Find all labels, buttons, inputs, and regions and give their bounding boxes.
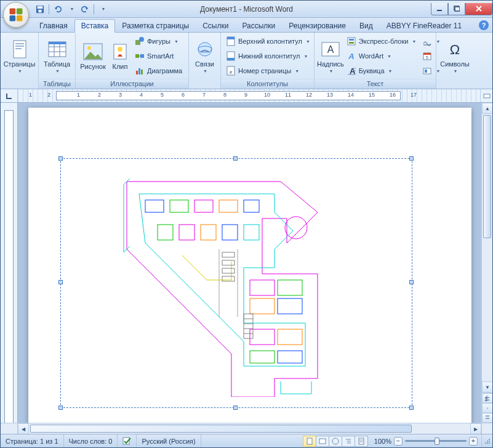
- resize-handle-e[interactable]: [409, 280, 414, 284]
- undo-dropdown-icon[interactable]: ▼: [65, 3, 78, 15]
- inserted-image-floorplan[interactable]: [121, 169, 355, 397]
- textbox-label: Надпись: [317, 60, 344, 68]
- view-full-screen-icon[interactable]: [316, 436, 329, 447]
- status-proofing[interactable]: [118, 434, 137, 447]
- footer-button[interactable]: Нижний колонтитул▼: [223, 49, 311, 63]
- clip-button[interactable]: Клип: [108, 34, 132, 78]
- office-button[interactable]: [3, 2, 29, 28]
- resize-handle-s[interactable]: [233, 406, 238, 410]
- horizontal-scrollbar[interactable]: ◀ ▶: [1, 423, 492, 434]
- qat-customize-icon[interactable]: ▼: [97, 3, 109, 15]
- table-icon: [47, 39, 67, 59]
- browse-object-icon[interactable]: ◦: [482, 403, 492, 413]
- zoom-out-button[interactable]: −: [394, 437, 403, 446]
- zoom-value[interactable]: 100%: [374, 438, 391, 445]
- svg-rect-6: [38, 9, 41, 12]
- resize-handle-sw[interactable]: [58, 406, 63, 410]
- quick-access-toolbar: ▼ ▼: [34, 3, 109, 15]
- status-word-count[interactable]: Число слов: 0: [64, 434, 118, 447]
- group-text-label: Текст: [315, 79, 436, 89]
- pages-button[interactable]: Страницы ▼: [3, 34, 36, 78]
- undo-icon[interactable]: [52, 3, 64, 15]
- svg-rect-78: [222, 252, 234, 257]
- view-print-layout-icon[interactable]: [303, 436, 316, 447]
- tab-review[interactable]: Рецензирование: [282, 19, 353, 32]
- resize-handle-se[interactable]: [409, 406, 414, 410]
- scroll-left-icon[interactable]: ◀: [18, 423, 29, 434]
- smartart-icon: [135, 51, 145, 61]
- wordart-button[interactable]: AWordArt▼: [344, 49, 419, 63]
- maximize-button[interactable]: [448, 3, 465, 15]
- svg-rect-58: [170, 200, 188, 212]
- pages-label: Страницы: [4, 60, 36, 68]
- table-button[interactable]: Таблица ▼: [41, 34, 73, 78]
- svg-rect-36: [227, 58, 234, 60]
- vertical-scrollbar[interactable]: ▲ ▼ ◦: [481, 103, 492, 423]
- tab-references[interactable]: Ссылки: [196, 19, 235, 32]
- quick-parts-button[interactable]: Экспресс-блоки▼: [344, 34, 419, 49]
- textbox-button[interactable]: A Надпись ▼: [317, 34, 344, 78]
- prev-page-icon[interactable]: [482, 393, 492, 403]
- svg-rect-65: [222, 225, 238, 240]
- horizontal-ruler[interactable]: 121234567891011121314151617: [18, 89, 480, 102]
- resize-handle-w[interactable]: [58, 280, 63, 284]
- tab-insert[interactable]: Вставка: [74, 19, 116, 33]
- resize-grip-icon[interactable]: [481, 434, 492, 447]
- smartart-button[interactable]: SmartArt: [132, 49, 185, 63]
- next-page-icon[interactable]: [482, 413, 492, 423]
- object-icon: [422, 66, 432, 76]
- status-language[interactable]: Русский (Россия): [137, 434, 201, 447]
- zoom-slider[interactable]: [405, 440, 467, 442]
- tab-page-layout[interactable]: Разметка страницы: [115, 19, 196, 32]
- svg-rect-63: [179, 225, 194, 240]
- zoom-slider-thumb[interactable]: [435, 438, 439, 445]
- scroll-down-icon[interactable]: ▼: [482, 382, 492, 393]
- page-number-button[interactable]: #Номер страницы▼: [223, 63, 311, 78]
- title-bar: ▼ ▼ Документ1 - Microsoft Word: [1, 1, 492, 18]
- tab-mailings[interactable]: Рассылки: [235, 19, 282, 32]
- view-web-layout-icon[interactable]: [329, 436, 342, 447]
- status-page[interactable]: Страница: 1 из 1: [1, 434, 64, 447]
- vertical-ruler[interactable]: [1, 103, 18, 423]
- page-viewport[interactable]: [18, 103, 481, 423]
- svg-point-25: [139, 37, 144, 42]
- tab-view[interactable]: Вид: [353, 19, 380, 32]
- view-outline-icon[interactable]: [342, 436, 355, 447]
- tab-home[interactable]: Главная: [33, 19, 74, 32]
- svg-rect-19: [49, 42, 66, 44]
- resize-handle-ne[interactable]: [409, 156, 414, 161]
- links-icon: [195, 39, 215, 59]
- svg-rect-7: [437, 10, 442, 11]
- scroll-up-icon[interactable]: ▲: [482, 103, 492, 114]
- svg-rect-30: [141, 70, 143, 74]
- svg-rect-70: [278, 298, 302, 314]
- svg-rect-28: [136, 71, 138, 74]
- scroll-thumb-h[interactable]: [30, 425, 412, 433]
- tab-selector[interactable]: [1, 89, 18, 102]
- help-icon[interactable]: ?: [479, 20, 489, 30]
- scroll-thumb-v[interactable]: [483, 115, 491, 238]
- resize-handle-n[interactable]: [233, 156, 238, 161]
- header-button[interactable]: Верхний колонтитул▼: [223, 34, 311, 49]
- view-draft-icon[interactable]: [355, 436, 368, 447]
- shapes-button[interactable]: Фигуры▼: [132, 34, 185, 49]
- minimize-button[interactable]: [431, 3, 448, 15]
- dropcap-button[interactable]: AБуквица▼: [344, 63, 419, 78]
- symbols-button[interactable]: Ω Символы ▼: [439, 34, 471, 78]
- tab-abbyy[interactable]: ABBYY FineReader 11: [380, 19, 469, 32]
- scroll-right-icon[interactable]: ▶: [470, 423, 481, 434]
- svg-point-101: [487, 442, 488, 444]
- svg-text:A: A: [348, 52, 354, 61]
- links-button[interactable]: Связи ▼: [191, 34, 218, 78]
- close-button[interactable]: [465, 3, 492, 15]
- zoom-in-button[interactable]: +: [469, 437, 478, 446]
- ruler-tick: 7: [202, 92, 206, 98]
- ruler-tick: 16: [390, 92, 396, 98]
- picture-button[interactable]: Рисунок: [78, 34, 108, 78]
- redo-icon[interactable]: [79, 3, 91, 15]
- resize-handle-nw[interactable]: [58, 156, 63, 161]
- save-icon[interactable]: [34, 3, 46, 15]
- chart-button[interactable]: Диаграмма: [132, 63, 185, 78]
- ruler-toggle-icon[interactable]: [480, 89, 492, 102]
- group-illustrations-label: Иллюстрации: [76, 79, 188, 89]
